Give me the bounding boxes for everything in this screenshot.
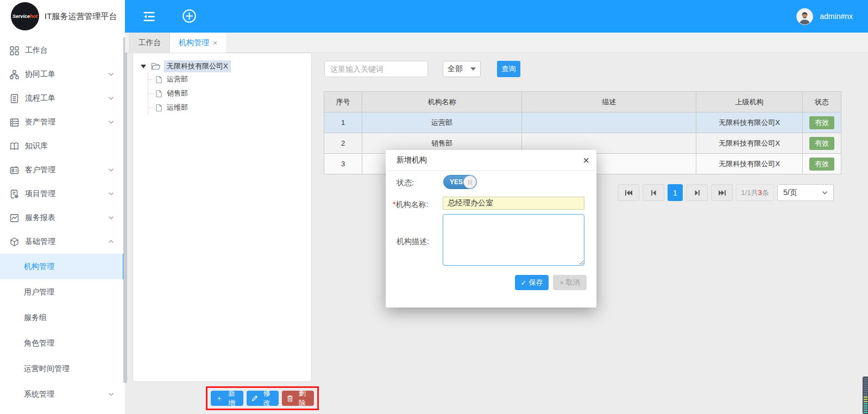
cell-parent-org[interactable]: 无限科技有限公司X [696,133,803,154]
org-name-input[interactable] [443,197,584,210]
dropdown-arrow-icon [470,67,476,71]
menu-collapse-icon[interactable] [142,9,156,24]
sidebar-item-label: 基础管理 [25,237,55,247]
cell-desc[interactable] [522,112,696,133]
sidebar-subitem-operating-time[interactable]: 运营时间管理 [0,356,125,381]
sidebar-subitem-label: 系统管理 [24,390,54,399]
sidebar-item-collab-orders[interactable]: 协同工单 [0,62,125,86]
org-desc-field-label: 机构描述: [397,237,429,247]
sidebar-subitem-role-management[interactable]: 角色管理 [0,330,125,356]
tree-node[interactable]: 销售部 [148,86,311,101]
sidebar-subitem-system-management[interactable]: 系统管理 [0,381,125,407]
add-circle-icon[interactable] [182,9,197,23]
cell-parent-org[interactable]: 无限科技有限公司X [696,154,803,174]
dialog-close-icon[interactable]: × [583,154,589,166]
user-avatar[interactable] [796,8,813,25]
brand-service-text: Service [12,14,30,19]
cell-status[interactable]: 有效 [803,133,841,154]
tab-label: 机构管理 [179,38,209,48]
pagination-info-suffix: 条 [762,188,769,198]
sidebar-item-workbench[interactable]: 工作台 [0,39,125,62]
cell-status[interactable]: 有效 [803,154,841,174]
sidebar-subitem-label: 用户管理 [24,287,54,297]
username-label[interactable]: admin#nx [820,12,853,21]
add-org-dialog: 新增机构 × 状态: YES *机构名称: 机构描述: ✓保存 ×取消 [386,150,596,308]
sidebar-item-process-orders[interactable]: 流程工单 [0,86,125,110]
search-button[interactable]: 查询 [497,61,520,77]
first-page-button[interactable] [618,184,639,201]
sidebar-scrollbar[interactable] [123,37,127,383]
user-area[interactable]: admin#nx [796,0,853,33]
sidebar-subitem-label: 运营时间管理 [24,364,70,374]
column-header: 上级机构 [696,92,803,112]
sidebar-item-service-reports[interactable]: 服务报表 [0,206,125,230]
page-size-dropdown[interactable]: 5/页 [777,184,834,201]
org-desc-textarea[interactable] [443,214,584,266]
tree-node-label[interactable]: 运营部 [167,74,188,84]
status-badge: 有效 [809,137,834,150]
annotation-highlight-box: ＋新增 修改 删除 [206,386,319,410]
sidebar-item-project-management[interactable]: 项目管理 [0,182,125,206]
sidebar-item-label: 协同工单 [25,70,55,79]
toggle-knob[interactable] [463,175,476,189]
tree-root-label[interactable]: 无限科技有限公司X [164,60,231,72]
cell-index[interactable]: 2 [324,133,362,154]
search-input[interactable] [324,61,428,77]
cancel-button[interactable]: ×取消 [553,275,587,290]
delete-org-button[interactable]: 删除 [282,391,314,406]
chevron-down-icon [108,72,114,77]
cell-org-name[interactable]: 运营部 [362,112,522,133]
doc-lines-icon [10,94,19,103]
sidebar-item-knowledge-base[interactable]: 知识库 [0,134,125,158]
sidebar-item-basic-management[interactable]: 基础管理 [0,230,125,254]
column-header: 序号 [324,92,362,112]
tree-node-label[interactable]: 销售部 [167,89,188,98]
status-toggle[interactable]: YES [443,175,477,189]
tab-workbench[interactable]: 工作台 [129,33,170,53]
monitor-stripes-yellow [864,397,867,403]
sidebar-item-label: 工作台 [25,46,48,55]
book-icon [10,142,19,151]
next-page-button[interactable] [686,184,708,201]
last-page-button[interactable] [711,184,733,201]
tab-close-icon[interactable]: × [213,39,217,47]
sidebar-subitem-user-management[interactable]: 用户管理 [0,279,125,305]
tree-node[interactable]: 运维部 [148,101,311,115]
sidebar-navigation: 工作台 协同工单 流程工单 资产管理 知识库 客户管理 项目管理 [0,33,125,414]
tree-node-root[interactable]: 无限科技有限公司X [141,60,311,72]
caret-down-icon[interactable] [141,65,146,68]
status-field-label: 状态: [397,178,414,188]
server-icon [10,118,19,127]
filter-dropdown[interactable]: 全部 [443,61,481,77]
tree-node[interactable]: 运营部 [148,72,311,86]
save-button[interactable]: ✓保存 [515,275,549,290]
tab-org-management[interactable]: 机构管理 × [170,33,226,53]
table-row[interactable]: 1 运营部 无限科技有限公司X 有效 [324,112,841,133]
current-page-button[interactable]: 1 [668,184,683,201]
add-org-button[interactable]: ＋新增 [211,391,243,406]
sidebar-subitem-label: 机构管理 [24,262,54,272]
grid-icon [10,46,19,55]
top-navigation-bar: Servicehot IT服务运营管理平台 admin#nx [0,0,868,33]
tree-node-label[interactable]: 运维部 [167,103,188,112]
first-page-icon [625,190,633,196]
sidebar-subitem-org-management[interactable]: 机构管理 [0,254,125,279]
brand-area: Servicehot IT服务运营管理平台 [0,0,125,33]
sidebar-subitem-service-group[interactable]: 服务组 [0,305,125,330]
sidebar-item-label: 资产管理 [25,117,55,127]
tree-children: 运营部 销售部 运维部 [148,72,311,115]
column-header: 状态 [803,92,841,112]
cell-index[interactable]: 3 [324,154,362,174]
sidebar-item-customer-management[interactable]: 客户管理 [0,158,125,182]
x-icon: × [559,279,564,287]
prev-page-button[interactable] [643,184,664,201]
performance-monitor-widget [863,377,868,414]
cube-icon [10,237,19,247]
cell-parent-org[interactable]: 无限科技有限公司X [696,112,803,133]
folder-icon [151,62,161,71]
cell-index[interactable]: 1 [324,112,362,133]
edit-org-button[interactable]: 修改 [247,391,279,406]
cell-status[interactable]: 有效 [803,112,841,133]
sidebar-item-asset-management[interactable]: 资产管理 [0,110,125,134]
dialog-title: 新增机构 [397,155,427,165]
